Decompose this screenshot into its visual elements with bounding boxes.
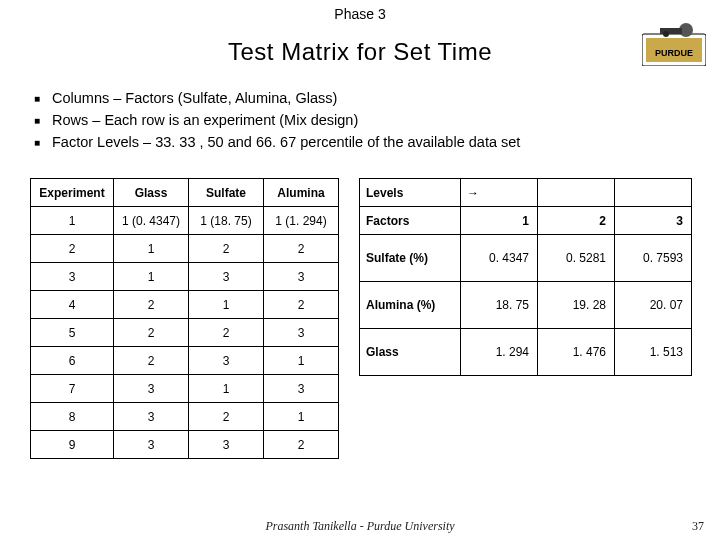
row-label: Alumina (%)	[360, 282, 461, 329]
table-row: 4212	[31, 291, 339, 319]
table-row: 3133	[31, 263, 339, 291]
table-row: 8321	[31, 403, 339, 431]
col-header: Sulfate	[189, 179, 264, 207]
table-row: 9332	[31, 431, 339, 459]
row-label: Sulfate (%)	[360, 235, 461, 282]
col-header: Glass	[114, 179, 189, 207]
arrow-icon: →	[461, 179, 538, 207]
col-header: 2	[538, 207, 615, 235]
table-row: 6231	[31, 347, 339, 375]
table-row: Alumina (%) 18. 75 19. 28 20. 07	[360, 282, 692, 329]
bullet-list: Columns – Factors (Sulfate, Alumina, Gla…	[34, 90, 720, 150]
col-header: 3	[615, 207, 692, 235]
bullet-item: Columns – Factors (Sulfate, Alumina, Gla…	[34, 90, 720, 106]
svg-text:PURDUE: PURDUE	[655, 48, 693, 58]
footer-text: Prasanth Tanikella - Purdue University	[0, 519, 720, 534]
col-header: Alumina	[264, 179, 339, 207]
col-header: Experiment	[31, 179, 114, 207]
experiment-table: Experiment Glass Sulfate Alumina 11 (0. …	[30, 178, 339, 459]
purdue-logo: PURDUE	[642, 22, 706, 66]
page-title: Test Matrix for Set Time	[0, 38, 720, 66]
factors-label: Factors	[360, 207, 461, 235]
bullet-item: Rows – Each row is an experiment (Mix de…	[34, 112, 720, 128]
bullet-item: Factor Levels – 33. 33 , 50 and 66. 67 p…	[34, 134, 720, 150]
table-row: Sulfate (%) 0. 4347 0. 5281 0. 7593	[360, 235, 692, 282]
page-number: 37	[692, 519, 704, 534]
table-row: Factors 1 2 3	[360, 207, 692, 235]
table-row: Experiment Glass Sulfate Alumina	[31, 179, 339, 207]
table-row: Levels →	[360, 179, 692, 207]
svg-point-5	[663, 31, 669, 37]
table-row: Glass 1. 294 1. 476 1. 513	[360, 329, 692, 376]
table-row: 5223	[31, 319, 339, 347]
table-row: 7313	[31, 375, 339, 403]
table-row: 11 (0. 4347)1 (18. 75)1 (1. 294)	[31, 207, 339, 235]
row-label: Glass	[360, 329, 461, 376]
table-row: 2122	[31, 235, 339, 263]
phase-label: Phase 3	[0, 6, 720, 22]
levels-label: Levels	[360, 179, 461, 207]
col-header: 1	[461, 207, 538, 235]
levels-table: Levels → Factors 1 2 3 Sulfate (%) 0. 43…	[359, 178, 692, 376]
